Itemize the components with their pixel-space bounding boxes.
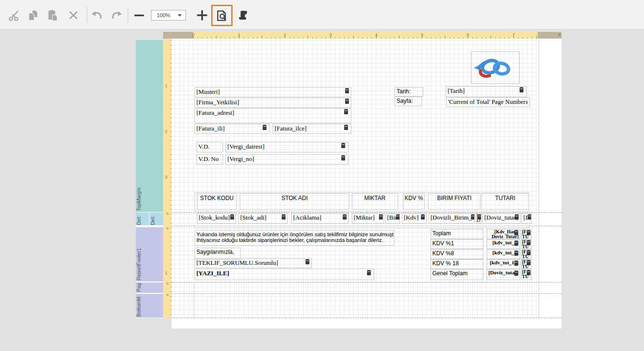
hruler-num: 7 bbox=[512, 32, 515, 37]
label-text: Genel Toplam bbox=[432, 270, 468, 277]
zoom-out-icon[interactable] bbox=[133, 9, 146, 22]
cell-text: [Miktar] bbox=[354, 214, 375, 221]
datafield-icon bbox=[345, 99, 349, 104]
value-fatura-3[interactable]: [FTU bbox=[521, 249, 532, 259]
field-page-numbers[interactable]: 'Current of Total' Page Numbers bbox=[446, 97, 530, 107]
preview-icon[interactable] bbox=[215, 9, 228, 22]
vruler-num: 0 bbox=[166, 293, 168, 297]
value-fatura-2[interactable]: [FTU bbox=[521, 239, 532, 249]
band-top-margin[interactable]: TopMargin bbox=[136, 40, 163, 212]
vertical-ruler: 1 2 3 0 0 1 0 0 bbox=[163, 40, 172, 318]
header-stok-adi[interactable]: STOK ADI bbox=[240, 193, 349, 210]
field-fatura-ilce[interactable]: [Fatura_ilce] bbox=[273, 124, 351, 134]
label-text: KDV % 18 bbox=[432, 260, 459, 267]
label-kdv18[interactable]: KDV % 18 bbox=[430, 259, 483, 269]
value-kdv1[interactable]: [kdv_tut_1] bbox=[487, 239, 520, 249]
cell-doviz-tutar[interactable]: [Doviz_tutar] bbox=[482, 213, 521, 224]
undo-icon[interactable] bbox=[90, 9, 103, 22]
logo-image[interactable] bbox=[471, 51, 520, 84]
hruler-num: 0 bbox=[192, 32, 194, 37]
field-text: [Vergi_no] bbox=[227, 155, 254, 162]
zoom-level-dropdown[interactable]: 100% bbox=[151, 10, 186, 20]
field-text: [Tarih] bbox=[448, 87, 465, 94]
band-label: Det: bbox=[136, 216, 149, 225]
label-genel-toplam[interactable]: Genel Toplam bbox=[430, 269, 483, 280]
field-yazi-ile[interactable]: [YAZI_ILE] bbox=[194, 269, 374, 280]
right-margin-line bbox=[539, 40, 539, 318]
field-vergi-no[interactable]: [Vergi_no] bbox=[225, 154, 348, 165]
delete-icon[interactable] bbox=[67, 9, 80, 22]
band-label: Pag bbox=[136, 283, 163, 292]
field-tarih[interactable]: [Tarih] bbox=[446, 86, 527, 97]
paste-icon[interactable] bbox=[46, 9, 60, 22]
datafield-icon bbox=[379, 214, 383, 220]
value-kdv-haric[interactable]: [Kdv_HaricDoviz_Tutar] bbox=[487, 229, 520, 239]
datafield-icon bbox=[514, 261, 518, 266]
cell-dovizli-birim[interactable]: [Dovizli_Birim_Fi bbox=[429, 213, 475, 224]
value-kdv18[interactable]: [kdv_tut_18] bbox=[487, 259, 520, 269]
label-text: Toplam bbox=[432, 230, 451, 237]
value-genel-toplam[interactable]: [Doviz_tutar] bbox=[487, 269, 520, 280]
report-designer: 100% 0 1 2 3 4 5 6 7 8 1 2 3 0 0 1 0 0 bbox=[0, 0, 644, 351]
cell-kdv[interactable]: [Kdv] bbox=[402, 213, 427, 224]
header-kdv[interactable]: KDV % bbox=[403, 193, 425, 210]
value-fatura-5[interactable]: [FTU bbox=[521, 269, 532, 280]
cell-stok-kodu[interactable]: [Stok_kodu] bbox=[197, 213, 236, 224]
field-fatura-adresi[interactable]: [Fatura_adresi] bbox=[194, 108, 351, 123]
cell-birim[interactable]: [Biri bbox=[386, 213, 400, 224]
zoom-in-icon[interactable] bbox=[195, 9, 209, 22]
band-detail-outer[interactable]: Det: bbox=[136, 212, 149, 225]
cell-d1[interactable]: [D bbox=[476, 213, 481, 224]
band-detail-inner[interactable]: Det: bbox=[150, 212, 163, 225]
datafield-icon bbox=[396, 214, 400, 220]
field-text: [TEKLIF_SORUMLU.Sorumlu] bbox=[196, 259, 278, 266]
field-teklif-sorumlu[interactable]: [TEKLIF_SORUMLU.Sorumlu] bbox=[194, 258, 312, 268]
value-kdv8[interactable]: [kdv_tut_8] bbox=[487, 249, 520, 259]
header-stok-kodu[interactable]: STOK KODU bbox=[197, 193, 237, 210]
datafield-icon bbox=[341, 155, 345, 160]
label-sayfa[interactable]: Sayfa: bbox=[395, 97, 422, 106]
band-label: ReportFooter1 bbox=[136, 248, 163, 281]
band-page-footer[interactable]: Pag bbox=[136, 282, 163, 293]
header-tutari[interactable]: TUTARI bbox=[481, 193, 529, 210]
datafield-icon bbox=[527, 250, 531, 255]
field-message[interactable]: Yukarıda istemiş olduğunuz ürünler için … bbox=[194, 230, 394, 246]
label-vd-no[interactable]: V.D. No bbox=[196, 154, 223, 165]
header-text: STOK KODU bbox=[200, 195, 234, 201]
header-miktar[interactable]: MIKTAR bbox=[352, 193, 398, 210]
datafield-icon bbox=[344, 125, 348, 130]
cell-miktar[interactable]: [Miktar] bbox=[352, 213, 384, 224]
datafield-icon bbox=[471, 214, 475, 220]
label-kdv1[interactable]: KDV %1 bbox=[430, 239, 483, 249]
cut-icon[interactable] bbox=[8, 9, 21, 22]
cell-stok-adi[interactable]: [Stok_adi] bbox=[238, 213, 287, 224]
value-fatura-1[interactable]: [FTU bbox=[521, 229, 532, 239]
field-fatura-ili[interactable]: [Fatura_ili] bbox=[194, 124, 270, 134]
band-bottom-margin[interactable]: BottomM bbox=[136, 294, 163, 318]
label-vd[interactable]: V.D. bbox=[196, 142, 223, 152]
script-icon[interactable] bbox=[236, 9, 250, 22]
field-text: Tarih: bbox=[397, 88, 410, 95]
label-toplam[interactable]: Toplam bbox=[430, 229, 483, 239]
value-fatura-4[interactable]: [FTU bbox=[521, 259, 532, 269]
header-text: KDV % bbox=[405, 195, 423, 201]
empty-detail-band[interactable] bbox=[194, 226, 529, 228]
header-birim-fiyati[interactable]: BIRIM FIYATI bbox=[428, 193, 480, 210]
header-text: TUTARI bbox=[495, 195, 515, 201]
band-separator-line bbox=[172, 282, 562, 282]
field-firma-yetkilisi[interactable]: [Firma_Yetkilisi] bbox=[194, 98, 351, 108]
hruler-num: 6 bbox=[467, 32, 469, 37]
label-tarih[interactable]: Tarih: bbox=[395, 87, 423, 97]
copy-icon[interactable] bbox=[27, 9, 40, 22]
cell-aciklama[interactable]: [Aciklama] bbox=[291, 213, 348, 224]
label-kdv8[interactable]: KDV %8 bbox=[430, 249, 483, 259]
cell-d3[interactable]: [D bbox=[521, 213, 532, 224]
hruler-num: 1 bbox=[238, 32, 240, 37]
field-text: [Musteri] bbox=[196, 88, 220, 95]
band-report-footer[interactable]: ReportFooter1 bbox=[136, 227, 163, 281]
redo-icon[interactable] bbox=[110, 9, 123, 22]
field-vergi-dairesi[interactable]: [Vergi_dairesi] bbox=[225, 142, 348, 152]
hruler-num: 8 bbox=[558, 32, 561, 37]
field-musteri[interactable]: [Musteri] bbox=[194, 87, 351, 97]
hruler-num: 3 bbox=[329, 32, 332, 37]
